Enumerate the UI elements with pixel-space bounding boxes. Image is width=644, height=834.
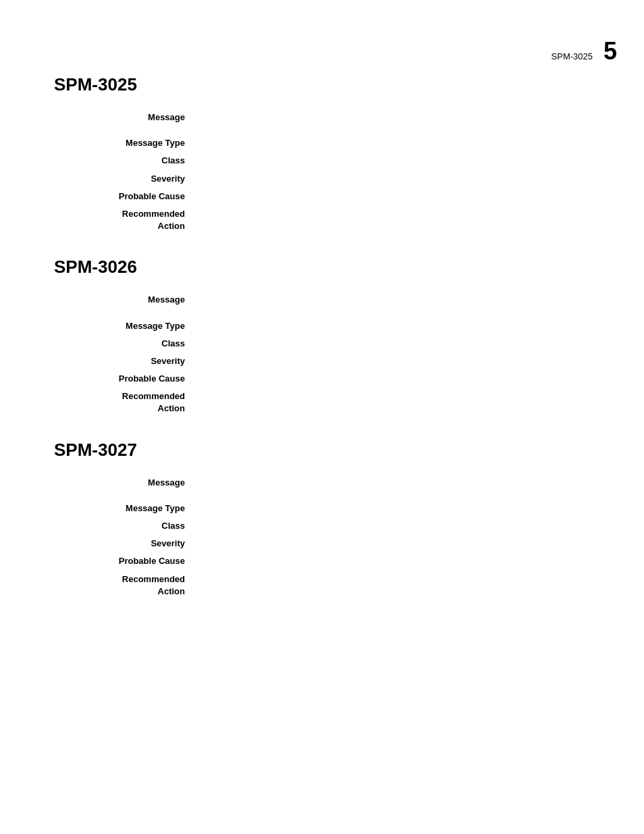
field-value-msgtype-3025: [196, 134, 617, 152]
section-title-spm-3025: SPM-3025: [54, 74, 617, 95]
field-value-msgtype-3026: [196, 317, 617, 335]
header-label: SPM-3025: [552, 51, 593, 61]
section-spm-3026: SPM-3026 Message Message Type Class Seve…: [54, 257, 617, 417]
field-row-severity-3025: Severity: [54, 170, 617, 188]
field-row-severity-3027: Severity: [54, 535, 617, 552]
field-row-recaction-3027: Recommended Action: [54, 571, 617, 600]
field-value-recaction-3025: [196, 205, 617, 235]
field-value-class-3026: [196, 335, 617, 353]
field-value-recaction-3026: [196, 388, 617, 417]
field-label-severity-3027: Severity: [54, 535, 196, 552]
field-value-class-3027: [196, 517, 617, 535]
field-label-class-3026: Class: [54, 335, 196, 353]
field-value-recaction-3027: [196, 571, 617, 600]
field-value-message-3025: [196, 109, 617, 126]
field-label-message-3026: Message: [54, 291, 196, 309]
field-value-message-3027: [196, 474, 617, 492]
field-label-class-3027: Class: [54, 517, 196, 535]
spacer-3027: [54, 492, 617, 500]
field-label-recaction-3025: Recommended Action: [54, 205, 196, 235]
field-value-probcause-3027: [196, 552, 617, 570]
header-page-number: 5: [603, 37, 617, 66]
field-row-recaction-3025: Recommended Action: [54, 205, 617, 235]
section-title-spm-3027: SPM-3027: [54, 440, 617, 461]
field-row-class-3025: Class: [54, 152, 617, 170]
field-value-probcause-3025: [196, 188, 617, 205]
field-label-msgtype-3027: Message Type: [54, 500, 196, 517]
field-row-severity-3026: Severity: [54, 353, 617, 370]
field-label-probcause-3027: Probable Cause: [54, 552, 196, 570]
field-value-class-3025: [196, 152, 617, 170]
field-row-msgtype-3026: Message Type: [54, 317, 617, 335]
field-value-msgtype-3027: [196, 500, 617, 517]
field-label-severity-3025: Severity: [54, 170, 196, 188]
field-label-probcause-3026: Probable Cause: [54, 370, 196, 388]
page-content: SPM-3025 Message Message Type Class Seve…: [0, 0, 644, 662]
field-row-message-3025: Message: [54, 109, 617, 126]
field-value-severity-3025: [196, 170, 617, 188]
field-row-class-3027: Class: [54, 517, 617, 535]
spacer-3025: [54, 126, 617, 134]
field-label-class-3025: Class: [54, 152, 196, 170]
field-label-msgtype-3026: Message Type: [54, 317, 196, 335]
field-row-message-3027: Message: [54, 474, 617, 492]
field-label-message-3025: Message: [54, 109, 196, 126]
field-label-probcause-3025: Probable Cause: [54, 188, 196, 205]
field-value-probcause-3026: [196, 370, 617, 388]
field-row-probcause-3027: Probable Cause: [54, 552, 617, 570]
section-spm-3025: SPM-3025 Message Message Type Class Seve…: [54, 74, 617, 235]
spacer-3026: [54, 309, 617, 317]
field-row-probcause-3026: Probable Cause: [54, 370, 617, 388]
field-label-recaction-3026: Recommended Action: [54, 388, 196, 417]
field-label-message-3027: Message: [54, 474, 196, 492]
field-value-severity-3026: [196, 353, 617, 370]
field-row-msgtype-3027: Message Type: [54, 500, 617, 517]
field-row-message-3026: Message: [54, 291, 617, 309]
field-row-msgtype-3025: Message Type: [54, 134, 617, 152]
field-label-recaction-3027: Recommended Action: [54, 571, 196, 600]
field-label-msgtype-3025: Message Type: [54, 134, 196, 152]
page-header: SPM-3025 5: [552, 37, 617, 66]
field-row-class-3026: Class: [54, 335, 617, 353]
field-label-severity-3026: Severity: [54, 353, 196, 370]
field-row-probcause-3025: Probable Cause: [54, 188, 617, 205]
field-row-recaction-3026: Recommended Action: [54, 388, 617, 417]
section-title-spm-3026: SPM-3026: [54, 257, 617, 278]
field-value-severity-3027: [196, 535, 617, 552]
section-spm-3027: SPM-3027 Message Message Type Class Seve…: [54, 440, 617, 600]
field-value-message-3026: [196, 291, 617, 309]
